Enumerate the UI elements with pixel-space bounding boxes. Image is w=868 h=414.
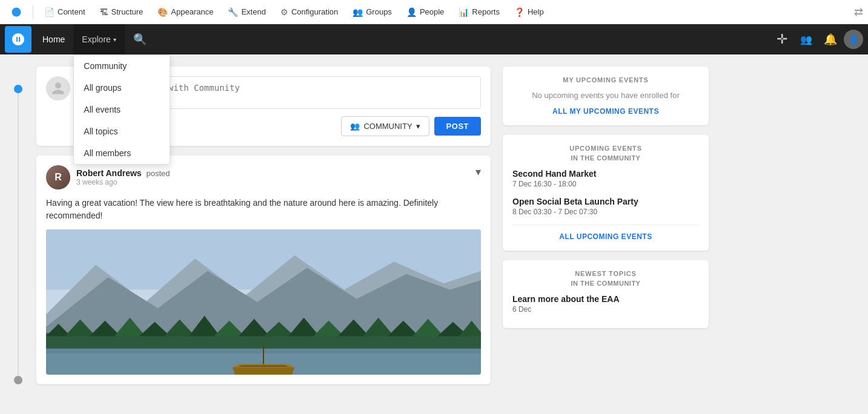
post-author-avatar[interactable]: R	[46, 165, 70, 189]
post-more-button[interactable]: ▾	[475, 165, 481, 179]
events-divider	[512, 225, 699, 225]
nav-home[interactable]: Home	[34, 24, 73, 54]
timeline-sidebar	[12, 67, 24, 384]
dropdown-community[interactable]: Community	[74, 55, 170, 77]
admin-bar-item-extend[interactable]: 🔧 Extend	[222, 0, 271, 24]
event-2-time: 8 Dec 03:30 - 7 Dec 07:30	[512, 208, 699, 216]
post-text: Having a great vacation! The view here i…	[46, 197, 481, 222]
community-events-title: UPCOMING EVENTS	[512, 145, 699, 152]
svg-point-0	[12, 7, 21, 16]
extend-icon: 🔧	[228, 7, 238, 17]
event-item-2: Open Social Beta Launch Party 8 Dec 03:3…	[512, 197, 699, 216]
post-timestamp: 3 weeks ago	[76, 178, 170, 186]
timeline-dot-top	[14, 85, 22, 93]
admin-bar: 📄 Content 🏗 Structure 🎨 Appearance 🔧 Ext…	[0, 0, 868, 24]
nav-search[interactable]: 🔍	[125, 24, 155, 54]
nav-right-actions: ✛ 👥 🔔 👤	[771, 28, 863, 50]
community-events-card: UPCOMING EVENTS IN THE COMMUNITY Second …	[503, 135, 709, 251]
main-nav: Home Explore ▾ Community All groups All …	[0, 24, 868, 54]
svg-marker-26	[233, 367, 295, 375]
all-upcoming-events-link[interactable]: ALL UPCOMING EVENTS	[512, 232, 699, 241]
community-events-subtitle: IN THE COMMUNITY	[512, 154, 699, 162]
my-upcoming-events-title: MY UPCOMING EVENTS	[512, 76, 699, 84]
admin-bar-item-structure[interactable]: 🏗 Structure	[94, 0, 150, 24]
notifications-button[interactable]: 🔔	[820, 28, 841, 50]
appearance-icon: 🎨	[157, 7, 168, 17]
newest-topics-card: NEWEST TOPICS IN THE COMMUNITY Learn mor…	[503, 260, 709, 328]
admin-bar-separator	[33, 5, 33, 19]
event-2-name[interactable]: Open Social Beta Launch Party	[512, 197, 699, 206]
admin-bar-item-content[interactable]: 📄 Content	[38, 0, 91, 24]
groups-icon: 👥	[353, 7, 363, 17]
event-item-1: Second Hand Market 7 Dec 16:30 - 18:00	[512, 169, 699, 188]
create-content-button[interactable]: ✛	[771, 28, 793, 50]
admin-logo[interactable]	[5, 0, 28, 24]
admin-bar-item-reports[interactable]: 📊 Reports	[452, 0, 506, 24]
composer-right: 👥 COMMUNITY ▾ POST	[341, 116, 481, 136]
newest-topics-title: NEWEST TOPICS	[512, 270, 699, 277]
admin-bar-item-appearance[interactable]: 🎨 Appearance	[151, 0, 219, 24]
post-action-label: posted	[147, 169, 170, 178]
topic-item-1: Learn more about the EAA 6 Dec	[512, 294, 699, 314]
composer-avatar	[46, 76, 70, 100]
post-author-name[interactable]: Robert Andrews	[76, 168, 142, 178]
admin-bar-item-people[interactable]: 👤 People	[400, 0, 450, 24]
chevron-down-icon: ▾	[475, 166, 481, 178]
site-logo[interactable]	[5, 26, 31, 53]
nav-explore[interactable]: Explore ▾ Community All groups All event…	[73, 24, 124, 54]
people-icon: 👤	[406, 7, 417, 17]
timeline-line	[18, 93, 19, 376]
dropdown-all-groups[interactable]: All groups	[74, 77, 170, 99]
members-button[interactable]: 👥	[795, 28, 817, 50]
dropdown-all-events[interactable]: All events	[74, 99, 170, 120]
help-icon: ❓	[514, 7, 525, 17]
explore-caret-icon: ▾	[113, 36, 116, 43]
dropdown-all-members[interactable]: All members	[74, 142, 170, 164]
post-button[interactable]: POST	[434, 117, 481, 136]
right-sidebar: MY UPCOMING EVENTS No upcoming events yo…	[503, 67, 709, 384]
newest-topics-subtitle: IN THE COMMUNITY	[512, 280, 699, 287]
dropdown-all-topics[interactable]: All topics	[74, 120, 170, 142]
admin-bar-right: ⇄	[854, 5, 863, 19]
post-header: R Robert Andrews posted 3 weeks ago ▾	[46, 165, 481, 189]
post-card: R Robert Andrews posted 3 weeks ago ▾ Ha…	[36, 156, 491, 384]
admin-collapse-icon[interactable]: ⇄	[854, 5, 863, 19]
admin-bar-item-groups[interactable]: 👥 Groups	[346, 0, 398, 24]
svg-marker-28	[239, 366, 288, 367]
all-my-upcoming-events-link[interactable]: ALL MY UPCOMING EVENTS	[512, 107, 699, 116]
community-selector-button[interactable]: 👥 COMMUNITY ▾	[341, 116, 429, 136]
user-avatar-icon: 👤	[849, 34, 859, 44]
structure-icon: 🏗	[100, 7, 108, 17]
community-selector-caret: ▾	[416, 122, 420, 131]
no-events-text: No upcoming events you have enrolled for	[512, 91, 699, 100]
content-icon: 📄	[44, 7, 55, 17]
post-image	[46, 229, 481, 375]
admin-bar-item-help[interactable]: ❓ Help	[508, 0, 550, 24]
my-upcoming-events-card: MY UPCOMING EVENTS No upcoming events yo…	[503, 67, 709, 125]
topic-1-name[interactable]: Learn more about the EAA	[512, 294, 699, 304]
post-author-row: R Robert Andrews posted 3 weeks ago	[46, 165, 170, 189]
reports-icon: 📊	[459, 7, 469, 17]
explore-dropdown: Community All groups All events All topi…	[73, 54, 170, 165]
community-selector-icon: 👥	[350, 122, 360, 131]
topic-1-date: 6 Dec	[512, 305, 699, 314]
search-icon: 🔍	[133, 33, 147, 46]
timeline-dot-bottom	[14, 376, 22, 384]
admin-bar-item-configuration[interactable]: ⚙ Configuration	[274, 0, 344, 24]
event-1-time: 7 Dec 16:30 - 18:00	[512, 180, 699, 188]
user-avatar-nav[interactable]: 👤	[844, 30, 863, 49]
event-1-name[interactable]: Second Hand Market	[512, 169, 699, 179]
configuration-icon: ⚙	[280, 7, 288, 17]
post-author-info: Robert Andrews posted 3 weeks ago	[76, 168, 170, 186]
